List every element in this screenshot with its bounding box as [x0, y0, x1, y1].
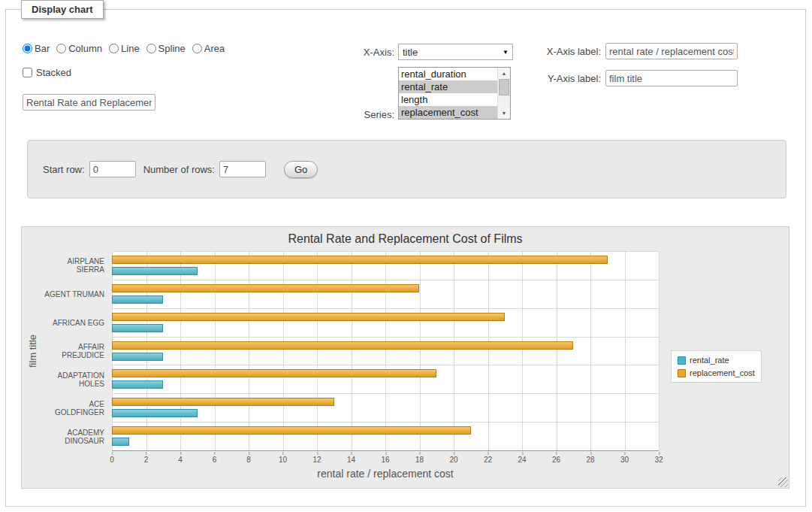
- num-rows-input[interactable]: [219, 161, 266, 177]
- bar-group: [112, 251, 659, 280]
- category-labels: AIRPLANE SIERRAAGENT TRUMANAFRICAN EGGAF…: [41, 251, 109, 451]
- bar-rental_rate: [112, 324, 163, 332]
- chart-type-label: Line: [121, 43, 140, 54]
- x-axis-title: rental rate / replacement cost: [112, 468, 659, 480]
- num-rows-label: Number of rows:: [143, 164, 215, 175]
- xaxis-select[interactable]: title ▼: [398, 44, 513, 60]
- x-tick-label: 10: [279, 456, 287, 464]
- series-option-length[interactable]: length: [399, 93, 497, 106]
- series-listbox[interactable]: rental_durationrental_ratelengthreplacem…: [398, 67, 511, 120]
- x-tick-label: 8: [246, 456, 251, 464]
- xaxis-label-input[interactable]: [605, 43, 738, 59]
- x-tick-label: 32: [654, 456, 663, 464]
- series-option-rental_rate[interactable]: rental_rate: [399, 80, 497, 93]
- chart-type-option-column[interactable]: Column: [56, 43, 102, 54]
- chart-title-input[interactable]: [23, 94, 155, 111]
- scrollbar-thumb[interactable]: [499, 79, 509, 95]
- bar-group: [112, 308, 659, 337]
- chart-type-option-line[interactable]: Line: [109, 43, 140, 54]
- bar-group: [112, 280, 659, 308]
- plot-area: [112, 251, 659, 451]
- bar-replacement_cost: [112, 426, 471, 435]
- legend-item-rental_rate[interactable]: rental_rate: [678, 356, 755, 365]
- bar-group: [112, 422, 659, 450]
- panel-title: Display chart: [21, 0, 104, 19]
- category-label: AFFAIR PREJUDICE: [41, 337, 109, 365]
- chart-type-label: Bar: [35, 43, 50, 54]
- legend-label: rental_rate: [690, 356, 729, 365]
- chart-type-option-spline[interactable]: Spline: [146, 43, 186, 54]
- go-button[interactable]: Go: [284, 161, 318, 178]
- x-tick-label: 30: [620, 456, 629, 464]
- rows-panel: Start row: Number of rows: Go: [27, 140, 786, 198]
- x-tick-label: 20: [449, 456, 457, 464]
- xaxis-select-label: X-Axis:: [334, 47, 394, 58]
- category-label: ACE GOLDFINGER: [41, 394, 109, 423]
- x-tick-label: 24: [518, 456, 526, 464]
- series-listbox-options: rental_durationrental_ratelengthreplacem…: [399, 68, 497, 119]
- yaxis-label-input[interactable]: [605, 70, 738, 86]
- x-gridline: [659, 251, 660, 450]
- x-tick-label: 0: [110, 456, 114, 464]
- x-tick-label: 6: [213, 456, 217, 464]
- category-label: ADAPTATION HOLES: [41, 365, 109, 394]
- bar-group: [112, 365, 659, 393]
- bar-rental_rate: [112, 353, 163, 361]
- scroll-up-icon[interactable]: ▲: [498, 68, 510, 79]
- bar-rental_rate: [112, 267, 198, 275]
- bar-rental_rate: [112, 409, 198, 417]
- category-label: AFRICAN EGG: [41, 308, 109, 337]
- x-tick-label: 2: [144, 456, 149, 464]
- category-label: ACADEMY DINOSAUR: [41, 423, 109, 451]
- chart-type-label: Column: [68, 43, 102, 54]
- radio-line[interactable]: [109, 44, 119, 53]
- bar-rental_rate: [112, 295, 163, 304]
- legend-swatch: [678, 356, 686, 365]
- chart-type-label: Spline: [158, 43, 186, 54]
- listbox-scrollbar[interactable]: ▲ ▼: [497, 68, 510, 119]
- bar-rental_rate: [112, 438, 129, 446]
- series-option-rental_duration[interactable]: rental_duration: [399, 68, 497, 80]
- x-tick-label: 28: [586, 456, 594, 464]
- bar-replacement_cost: [112, 369, 436, 377]
- bar-replacement_cost: [112, 313, 505, 321]
- legend-swatch: [678, 369, 686, 377]
- display-chart-panel: Display chart BarColumnLineSplineArea St…: [5, 9, 806, 507]
- bar-replacement_cost: [112, 341, 573, 350]
- stacked-checkbox-row[interactable]: Stacked: [23, 67, 71, 78]
- xaxis-label-label: X-Axis label:: [524, 46, 601, 57]
- legend-label: replacement_cost: [690, 368, 755, 377]
- radio-spline[interactable]: [146, 44, 156, 53]
- series-label: Series:: [334, 109, 394, 120]
- radio-area[interactable]: [192, 44, 202, 53]
- chart-legend: rental_ratereplacement_cost: [671, 350, 762, 383]
- category-label: AGENT TRUMAN: [41, 280, 109, 308]
- stacked-checkbox[interactable]: [23, 68, 32, 77]
- category-label: AIRPLANE SIERRA: [41, 251, 109, 280]
- radio-bar[interactable]: [23, 44, 32, 53]
- series-option-replacement_cost[interactable]: replacement_cost: [399, 106, 497, 119]
- bar-rental_rate: [112, 380, 163, 389]
- chart-type-label: Area: [204, 43, 225, 54]
- start-row-label: Start row:: [43, 164, 85, 175]
- bar-replacement_cost: [112, 256, 608, 264]
- scroll-down-icon[interactable]: ▼: [498, 108, 510, 119]
- xaxis-select-value: title: [403, 47, 418, 58]
- chevron-down-icon: ▼: [503, 49, 509, 56]
- chart-type-option-bar[interactable]: Bar: [23, 43, 50, 54]
- legend-item-replacement_cost[interactable]: replacement_cost: [678, 368, 755, 377]
- stacked-label: Stacked: [36, 67, 71, 78]
- chart-type-radios: BarColumnLineSplineArea: [23, 43, 225, 54]
- start-row-input[interactable]: [89, 161, 136, 177]
- chart-title: Rental Rate and Replacement Cost of Film…: [22, 232, 789, 246]
- x-tick-label: 26: [552, 456, 560, 464]
- x-tick-label: 12: [312, 456, 321, 464]
- bar-replacement_cost: [112, 284, 419, 292]
- chart-container: Rental Rate and Replacement Cost of Film…: [21, 226, 789, 489]
- x-ticks: 02468101214161820222426283032: [112, 452, 659, 465]
- chart-type-option-area[interactable]: Area: [192, 43, 225, 54]
- radio-column[interactable]: [56, 44, 66, 53]
- x-tick-label: 16: [381, 456, 389, 464]
- bar-group: [112, 393, 659, 422]
- resize-handle[interactable]: [778, 477, 788, 487]
